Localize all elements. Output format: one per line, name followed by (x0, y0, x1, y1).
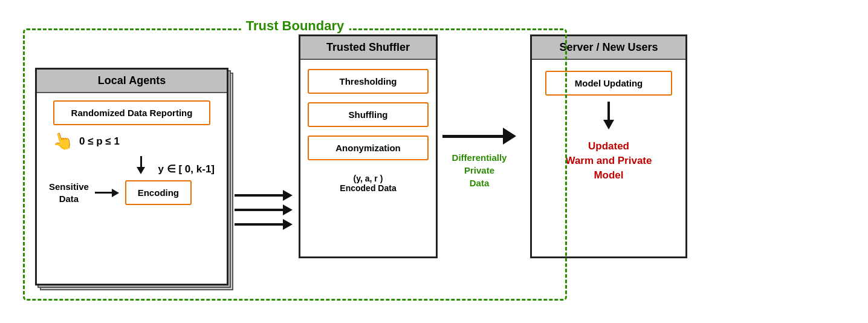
local-agents-wrapper: Local Agents Randomized Data Reporting 👆… (35, 68, 228, 285)
encoding-box: Encoding (125, 180, 192, 205)
diagram-container: Trust Boundary Local Agents Randomized D… (17, 10, 851, 313)
randomized-data-reporting-box: Randomized Data Reporting (53, 100, 210, 125)
encoding-label: Encoding (138, 188, 179, 198)
probability-section: 👆 0 ≤ p ≤ 1 (52, 131, 218, 151)
sensitive-encoding-row: Sensitive Data Encoding (49, 180, 218, 205)
local-agents-header: Local Agents (37, 70, 227, 93)
arrow-head (112, 189, 119, 197)
prob-text: 0 ≤ p ≤ 1 (79, 135, 120, 148)
updated-model-label: Updated Warm and Private Model (566, 139, 652, 182)
arrow-line (607, 102, 610, 120)
arrow-line (140, 156, 142, 167)
model-down-arrow (603, 102, 614, 129)
trust-boundary-label: Trust Boundary (241, 18, 349, 34)
arrow-line (95, 192, 112, 194)
sensitive-data-label: Sensitive Data (49, 181, 89, 204)
hand-icon: 👆 (50, 129, 75, 154)
randomized-data-reporting-label: Randomized Data Reporting (71, 108, 193, 118)
arrow-head (137, 167, 145, 174)
y-label: y ∈ [ 0, k-1] (158, 163, 215, 175)
model-updating-label: Model Updating (575, 78, 643, 88)
sensitive-to-encoding-arrow (95, 189, 119, 197)
local-agents-content: Randomized Data Reporting 👆 0 ≤ p ≤ 1 y … (37, 93, 227, 282)
local-agents-box: Local Agents Randomized Data Reporting 👆… (35, 68, 228, 285)
arrow-head (603, 120, 614, 129)
